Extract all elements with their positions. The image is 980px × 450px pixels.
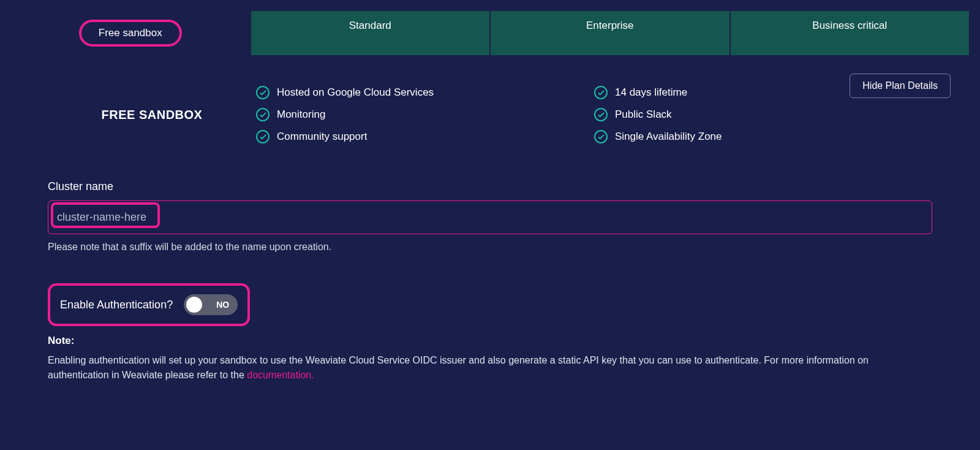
tab-label: Enterprise (586, 20, 633, 31)
tab-label: Business critical (812, 20, 887, 31)
check-icon (594, 86, 608, 99)
toggle-value: NO (216, 300, 229, 310)
documentation-link[interactable]: documentation. (247, 370, 314, 380)
note-title: Note: (48, 335, 932, 347)
toggle-knob (186, 297, 202, 313)
tab-business-critical[interactable]: Business critical (731, 11, 970, 55)
feature-item: Public Slack (594, 108, 932, 121)
check-icon (256, 108, 270, 121)
feature-text: Hosted on Google Cloud Services (277, 86, 434, 99)
feature-text: Public Slack (615, 109, 672, 121)
cluster-name-label: Cluster name (48, 180, 932, 193)
cluster-name-helper: Please note that a suffix will be added … (48, 242, 932, 253)
check-icon (256, 86, 270, 99)
enable-auth-row: Enable Authentication? NO (48, 283, 250, 326)
check-icon (594, 108, 608, 121)
feature-text: Monitoring (277, 109, 325, 121)
tab-label: Standard (349, 20, 391, 31)
plan-tabs: Free sandbox Standard Enterprise Busines… (11, 11, 969, 55)
feature-text: 14 days lifetime (615, 86, 687, 99)
check-icon (256, 130, 270, 143)
tab-free-sandbox[interactable]: Free sandbox (11, 11, 250, 55)
feature-text: Community support (277, 131, 367, 143)
enable-auth-toggle[interactable]: NO (184, 294, 238, 315)
tab-label: Free sandbox (79, 20, 182, 47)
note-text: Enabling authentication will set up your… (48, 353, 932, 383)
feature-item: 14 days lifetime (594, 86, 932, 99)
feature-item: Single Availability Zone (594, 130, 932, 143)
note-text-body: Enabling authentication will set up your… (48, 355, 869, 380)
check-icon (594, 130, 608, 143)
tab-enterprise[interactable]: Enterprise (491, 11, 729, 55)
feature-item: Monitoring (256, 108, 594, 121)
plan-details: FREE SANDBOX Hosted on Google Cloud Serv… (11, 86, 969, 143)
feature-item: Community support (256, 130, 594, 143)
plan-title: FREE SANDBOX (102, 108, 203, 122)
feature-text: Single Availability Zone (615, 131, 722, 143)
cluster-name-input-wrapper (48, 200, 932, 234)
tab-standard[interactable]: Standard (251, 11, 490, 55)
features-column-left: Hosted on Google Cloud Services Monitori… (256, 86, 594, 143)
features-column-right: 14 days lifetime Public Slack Single Ava… (594, 86, 932, 143)
enable-auth-label: Enable Authentication? (60, 299, 173, 311)
feature-item: Hosted on Google Cloud Services (256, 86, 594, 99)
cluster-name-input[interactable] (51, 204, 929, 231)
